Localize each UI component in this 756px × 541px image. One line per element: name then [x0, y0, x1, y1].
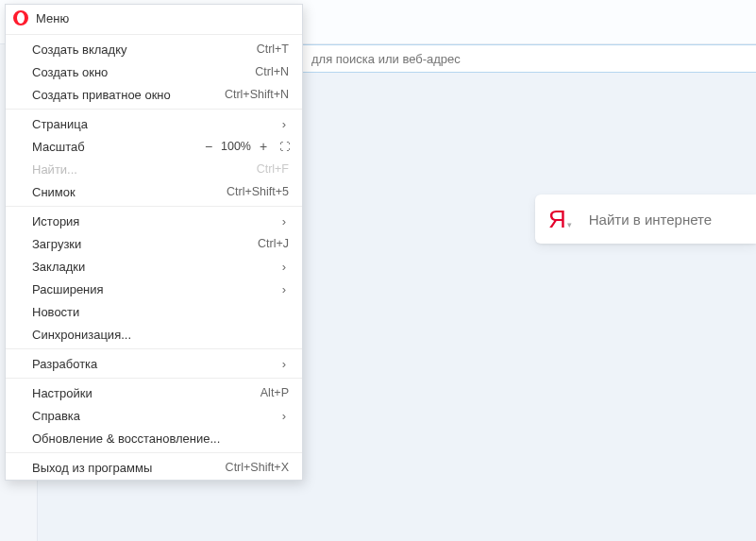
menu-item-label: Обновление & восстановление... [32, 431, 220, 446]
menu-item-label: История [32, 214, 79, 228]
chevron-right-icon: › [279, 214, 289, 228]
chevron-right-icon: › [279, 409, 289, 423]
chevron-right-icon: › [279, 260, 289, 274]
search-input[interactable] [589, 211, 756, 228]
menu-separator [6, 206, 302, 207]
address-input[interactable] [302, 45, 756, 72]
fullscreen-icon[interactable]: ⛶ [279, 141, 289, 152]
menu-item-label: Страница [32, 117, 88, 131]
menu-item-label: Разработка [32, 357, 97, 371]
menu-item[interactable]: Закладки› [6, 255, 302, 278]
zoom-in-button[interactable]: + [257, 139, 270, 154]
zoom-controls: −100%+⛶ [202, 139, 289, 154]
yandex-logo-icon: Я ▾ [548, 205, 572, 234]
menu-item[interactable]: Расширения› [6, 278, 302, 300]
menu-item-label: Найти... [32, 162, 77, 177]
zoom-value: 100% [221, 140, 251, 153]
opera-logo-icon [13, 10, 28, 25]
menu-separator [6, 109, 302, 110]
menu-item-label: Создать приватное окно [32, 88, 171, 102]
menu-item[interactable]: НастройкиAlt+P [6, 381, 302, 404]
menu-item[interactable]: История› [6, 210, 302, 232]
menu-item[interactable]: Новости [6, 300, 302, 323]
menu-item[interactable]: Масштаб−100%+⛶ [6, 135, 302, 158]
menu-item[interactable]: Синхронизация... [6, 323, 302, 346]
menu-item-label: Создать вкладку [32, 42, 127, 57]
menu-item[interactable]: Обновление & восстановление... [6, 427, 302, 449]
menu-item[interactable]: Выход из программыCtrl+Shift+X [6, 456, 302, 479]
menu-item-shortcut: Ctrl+Shift+N [225, 88, 289, 101]
chevron-down-icon: ▾ [567, 220, 572, 229]
menu-item-label: Справка [32, 409, 80, 423]
menu-item: Найти...Ctrl+F [6, 158, 302, 180]
chevron-right-icon: › [279, 357, 289, 371]
menu-item-label: Новости [32, 305, 79, 319]
menu-item-label: Закладки [32, 260, 85, 274]
menu-item-label: Снимок [32, 185, 76, 199]
menu-header[interactable]: Меню [6, 5, 302, 31]
menu-item[interactable]: Создать вкладкуCtrl+T [6, 38, 302, 60]
menu-item-label: Загрузки [32, 237, 81, 251]
main-menu: Меню Создать вкладкуCtrl+TСоздать окноCt… [5, 4, 303, 481]
menu-item-shortcut: Ctrl+F [257, 162, 289, 176]
menu-item-shortcut: Ctrl+J [258, 237, 289, 250]
menu-item-shortcut: Alt+P [260, 386, 289, 399]
menu-separator [6, 348, 302, 349]
menu-item[interactable]: ЗагрузкиCtrl+J [6, 232, 302, 255]
menu-item-label: Расширения [32, 282, 104, 296]
menu-item-shortcut: Ctrl+Shift+X [226, 461, 289, 474]
menu-item[interactable]: Справка› [6, 404, 302, 427]
address-bar[interactable] [302, 44, 756, 73]
menu-item[interactable]: Страница› [6, 112, 302, 135]
menu-item-shortcut: Ctrl+T [257, 42, 289, 56]
menu-item-shortcut: Ctrl+Shift+5 [227, 185, 289, 198]
zoom-out-button[interactable]: − [202, 139, 215, 154]
menu-item[interactable]: Разработка› [6, 352, 302, 375]
menu-item-label: Настройки [32, 386, 92, 400]
menu-item[interactable]: СнимокCtrl+Shift+5 [6, 180, 302, 203]
menu-item-shortcut: Ctrl+N [255, 65, 289, 78]
menu-item[interactable]: Создать приватное окноCtrl+Shift+N [6, 83, 302, 106]
menu-separator [6, 378, 302, 379]
menu-title: Меню [36, 11, 69, 25]
menu-separator [6, 34, 302, 35]
menu-separator [6, 452, 302, 453]
menu-item-label: Выход из программы [32, 461, 152, 475]
menu-item-label: Масштаб [32, 140, 85, 154]
chevron-right-icon: › [279, 282, 289, 296]
chevron-right-icon: › [279, 117, 289, 131]
menu-item-label: Синхронизация... [32, 328, 131, 342]
menu-item-label: Создать окно [32, 65, 108, 79]
search-card[interactable]: Я ▾ [535, 194, 756, 244]
menu-item[interactable]: Создать окноCtrl+N [6, 60, 302, 83]
